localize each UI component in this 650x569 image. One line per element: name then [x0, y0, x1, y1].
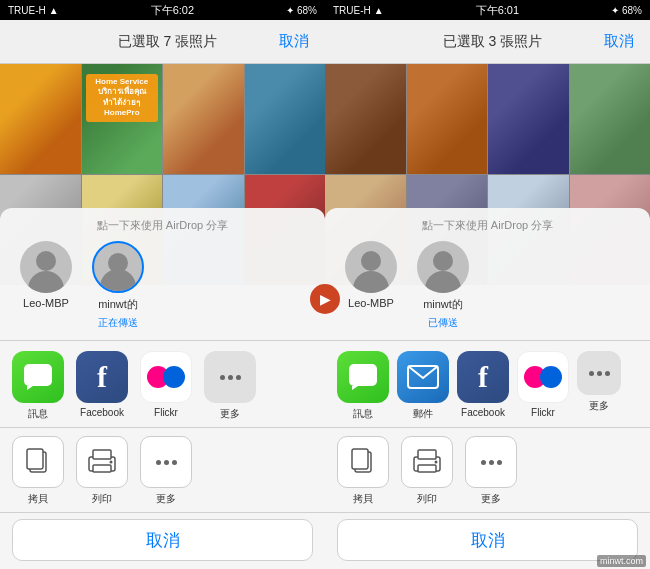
left-contact-name-leo: Leo-MBP [23, 297, 69, 309]
right-contact-minwt[interactable]: minwt的 已傳送 [417, 241, 469, 330]
svg-rect-14 [418, 450, 436, 459]
right-cancel-header[interactable]: 取消 [604, 32, 634, 51]
right-copy-icon-item[interactable]: 拷貝 [337, 436, 389, 506]
arrow-divider: ▶ [310, 284, 340, 314]
r-flickr-dots [524, 366, 562, 388]
right-carrier: TRUE-H [333, 5, 371, 16]
adot1 [156, 460, 161, 465]
right-app-icons-row: 訊息 郵件 f Facebook [337, 351, 638, 421]
left-app-icons-row: 訊息 f Facebook Flickr [12, 351, 313, 421]
flickr-dot-blue [163, 366, 185, 388]
r-fb-f-letter: f [478, 360, 488, 394]
right-print-icon-item[interactable]: 列印 [401, 436, 453, 506]
svg-rect-6 [93, 465, 111, 472]
left-cancel-header[interactable]: 取消 [279, 32, 309, 51]
right-facebook-icon-item[interactable]: f Facebook [457, 351, 509, 418]
right-header: 已選取 3 張照片 取消 [325, 20, 650, 64]
left-more-action-label: 更多 [156, 492, 176, 506]
left-more-apps-icon-item[interactable]: 更多 [204, 351, 256, 421]
left-more-action-icon [140, 436, 192, 488]
right-flickr-icon-item[interactable]: Flickr [517, 351, 569, 418]
rdot1 [589, 371, 594, 376]
r-avatar-head [361, 251, 381, 271]
left-photo-4[interactable] [245, 64, 326, 174]
right-cancel-button[interactable]: 取消 [337, 519, 638, 561]
watermark: minwt.com [597, 555, 646, 567]
left-contact-minwt[interactable]: minwt的 正在傳送 [92, 241, 144, 330]
right-status-right: ✦ 68% [611, 5, 642, 16]
left-more-action-icon-item[interactable]: 更多 [140, 436, 192, 506]
left-battery: 68% [297, 5, 317, 16]
right-facebook-label: Facebook [461, 407, 505, 418]
left-action-icons-section: 拷貝 列印 [0, 428, 325, 513]
left-status-bar: TRUE-H ▲ 下午6:02 ✦ 68% [0, 0, 325, 20]
adot3 [172, 460, 177, 465]
right-more-action-icon-item[interactable]: 更多 [465, 436, 517, 506]
avatar-body [28, 271, 64, 293]
right-battery: 68% [622, 5, 642, 16]
r-avatar-head-2 [433, 251, 453, 271]
left-contact-leo[interactable]: Leo-MBP [20, 241, 72, 330]
left-airdrop-contacts: Leo-MBP minwt的 正在傳送 [0, 241, 325, 334]
svg-marker-1 [27, 386, 33, 390]
left-bluetooth-icon: ✦ [286, 5, 294, 16]
left-status-left: TRUE-H ▲ [8, 5, 59, 16]
left-contact-name-minwt: minwt的 [98, 297, 138, 312]
right-messages-label: 訊息 [353, 407, 373, 421]
right-flickr-label: Flickr [531, 407, 555, 418]
right-print-label: 列印 [417, 492, 437, 506]
left-print-label: 列印 [92, 492, 112, 506]
right-messages-icon-item[interactable]: 訊息 [337, 351, 389, 421]
left-more-apps-icon [204, 351, 256, 403]
dot3 [236, 375, 241, 380]
svg-marker-9 [352, 386, 358, 390]
right-photo-4[interactable] [570, 64, 651, 174]
radot3 [497, 460, 502, 465]
left-facebook-icon: f [76, 351, 128, 403]
right-photo-3[interactable] [488, 64, 569, 174]
left-cancel-section: 取消 [0, 513, 325, 569]
r-avatar-body-2 [425, 271, 461, 293]
right-header-title: 已選取 3 張照片 [443, 33, 543, 51]
left-photo-2[interactable]: Home Serviceบริการเพื่อคุณทำได้ง่ายๆHome… [82, 64, 163, 174]
right-facebook-icon: f [457, 351, 509, 403]
left-copy-icon-item[interactable]: 拷貝 [12, 436, 64, 506]
left-photo-3[interactable] [163, 64, 244, 174]
left-cancel-button[interactable]: 取消 [12, 519, 313, 561]
right-more-apps-icon-item[interactable]: 更多 [577, 351, 621, 413]
left-flickr-icon-item[interactable]: Flickr [140, 351, 192, 418]
right-action-three-dots [481, 460, 502, 465]
left-facebook-label: Facebook [80, 407, 124, 418]
left-more-apps-label: 更多 [220, 407, 240, 421]
right-airdrop-label: 點一下來使用 AirDrop 分享 [325, 218, 650, 233]
left-print-icon-item[interactable]: 列印 [76, 436, 128, 506]
avatar-body-2 [100, 269, 136, 291]
svg-rect-3 [27, 449, 43, 469]
left-print-icon [76, 436, 128, 488]
right-contact-leo[interactable]: Leo-MBP [345, 241, 397, 330]
right-photo-2[interactable] [407, 64, 488, 174]
right-flickr-icon [517, 351, 569, 403]
right-wifi-icon: ▲ [374, 5, 384, 16]
left-messages-icon-item[interactable]: 訊息 [12, 351, 64, 421]
right-copy-label: 拷貝 [353, 492, 373, 506]
right-mail-icon-item[interactable]: 郵件 [397, 351, 449, 421]
svg-rect-8 [349, 364, 377, 386]
right-contact-name-minwt: minwt的 [423, 297, 463, 312]
right-time: 下午6:01 [476, 3, 519, 18]
radot1 [481, 460, 486, 465]
r-flickr-dot-blue [540, 366, 562, 388]
right-photo-1[interactable] [325, 64, 406, 174]
fb-f-letter: f [97, 360, 107, 394]
svg-rect-5 [93, 450, 111, 459]
left-avatar-minwt [92, 241, 144, 293]
left-facebook-icon-item[interactable]: f Facebook [76, 351, 128, 418]
dot2 [228, 375, 233, 380]
left-photo-1[interactable] [0, 64, 81, 174]
left-status-right: ✦ 68% [286, 5, 317, 16]
right-action-icons-section: 拷貝 列印 [325, 428, 650, 513]
rdot3 [605, 371, 610, 376]
radot2 [489, 460, 494, 465]
svg-rect-12 [352, 449, 368, 469]
left-airdrop-section: 點一下來使用 AirDrop 分享 Leo-MBP minwt的 [0, 208, 325, 341]
